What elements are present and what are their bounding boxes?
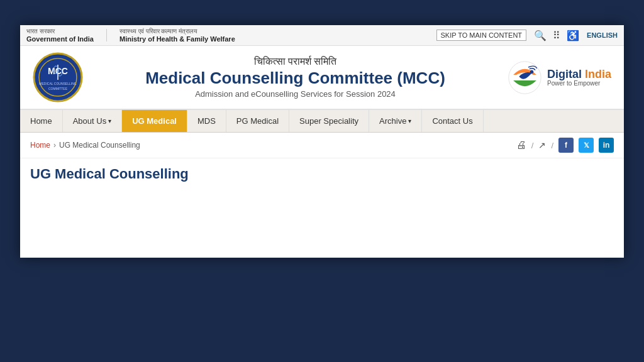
site-subtitle: Admission and eCounselling Services for … <box>96 89 495 99</box>
hindi-title: चिकित्सा परामर्श समिति <box>96 56 495 67</box>
breadcrumb-home[interactable]: Home <box>30 141 50 150</box>
page-title: UG Medical Counselling <box>30 166 614 182</box>
site-title: Medical Counselling Committee (MCC) <box>96 69 495 88</box>
breadcrumb-current: UG Medical Counselling <box>59 141 140 150</box>
chevron-down-icon: ▾ <box>408 118 411 124</box>
government-info: भारत सरकार Government of India <box>26 28 94 43</box>
divider <box>106 29 107 41</box>
content-area <box>20 195 624 258</box>
page-title-area: UG Medical Counselling <box>20 158 624 195</box>
nav-mds[interactable]: MDS <box>187 110 226 132</box>
nav-ug-medical[interactable]: UG Medical <box>122 110 187 132</box>
top-bar-right: SKIP TO MAIN CONTENT 🔍 ⠿ ♿ ENGLISH <box>436 30 618 41</box>
svg-text:MEDICAL COUNSELLING: MEDICAL COUNSELLING <box>39 82 76 85</box>
nav-contact-us[interactable]: Contact Us <box>422 110 483 132</box>
share-icon[interactable]: ↗ <box>538 140 546 150</box>
twitter-share-button[interactable]: 𝕏 <box>579 138 594 153</box>
ministry-english: Ministry of Health & Family Welfare <box>119 35 235 43</box>
search-icon[interactable]: 🔍 <box>534 30 547 41</box>
digital-india-text: Digital India Power to Empower <box>547 69 611 87</box>
mcc-logo: MCC MEDICAL COUNSELLING COMMITTEE <box>33 52 83 102</box>
breadcrumb-area: Home › UG Medical Counselling 🖨 / ↗ / f … <box>20 133 624 158</box>
digital-india-tagline: Power to Empower <box>547 80 611 87</box>
nav-super-speciality[interactable]: Super Speciality <box>289 110 369 132</box>
twitter-icon: 𝕏 <box>584 141 589 150</box>
accessibility-icons: 🔍 ⠿ ♿ <box>534 30 579 41</box>
digital-india-logo: Digital India Power to Empower <box>508 60 611 95</box>
site-header: MCC MEDICAL COUNSELLING COMMITTEE चिकित्… <box>20 46 624 110</box>
print-icon[interactable]: 🖨 <box>516 140 526 151</box>
gov-english: Government of India <box>26 35 94 43</box>
social-share-bar: 🖨 / ↗ / f 𝕏 in <box>516 138 614 153</box>
svg-point-9 <box>530 70 534 74</box>
divider: / <box>531 141 534 150</box>
top-bar-left: भारत सरकार Government of India स्वास्थ्य… <box>26 28 235 43</box>
breadcrumb-separator: › <box>53 141 56 150</box>
main-navigation: Home About Us ▾ UG Medical MDS PG Medica… <box>20 110 624 133</box>
digital-india-bird-icon <box>508 60 542 95</box>
main-container: भारत सरकार Government of India स्वास्थ्य… <box>20 25 624 258</box>
ministry-info: स्वास्थ्य एवं परिवार कल्याण मंत्रालय Min… <box>119 28 235 43</box>
linkedin-share-button[interactable]: in <box>599 138 614 153</box>
nav-about-us[interactable]: About Us ▾ <box>63 110 122 132</box>
chevron-down-icon: ▾ <box>108 118 111 124</box>
di-container: Digital India Power to Empower <box>508 60 611 95</box>
top-bar: भारत सरकार Government of India स्वास्थ्य… <box>20 25 624 46</box>
breadcrumb: Home › UG Medical Counselling <box>30 141 140 150</box>
nav-archive[interactable]: Archive ▾ <box>369 110 422 132</box>
language-button[interactable]: ENGLISH <box>587 31 618 39</box>
sitemap-icon[interactable]: ⠿ <box>553 30 560 41</box>
gov-hindi: भारत सरकार <box>26 28 94 35</box>
ministry-hindi: स्वास्थ्य एवं परिवार कल्याण मंत्रालय <box>119 28 235 35</box>
svg-text:COMMITTEE: COMMITTEE <box>48 87 68 90</box>
digital-india-brand: Digital India <box>547 69 611 80</box>
facebook-share-button[interactable]: f <box>558 138 574 153</box>
mcc-logo-area: MCC MEDICAL COUNSELLING COMMITTEE <box>33 52 83 102</box>
accessibility-icon[interactable]: ♿ <box>567 30 579 41</box>
header-center: चिकित्सा परामर्श समिति Medical Counselli… <box>96 56 495 99</box>
nav-home[interactable]: Home <box>20 110 63 132</box>
skip-to-main-link[interactable]: SKIP TO MAIN CONTENT <box>436 30 527 41</box>
divider: / <box>551 141 553 150</box>
nav-pg-medical[interactable]: PG Medical <box>226 110 289 132</box>
